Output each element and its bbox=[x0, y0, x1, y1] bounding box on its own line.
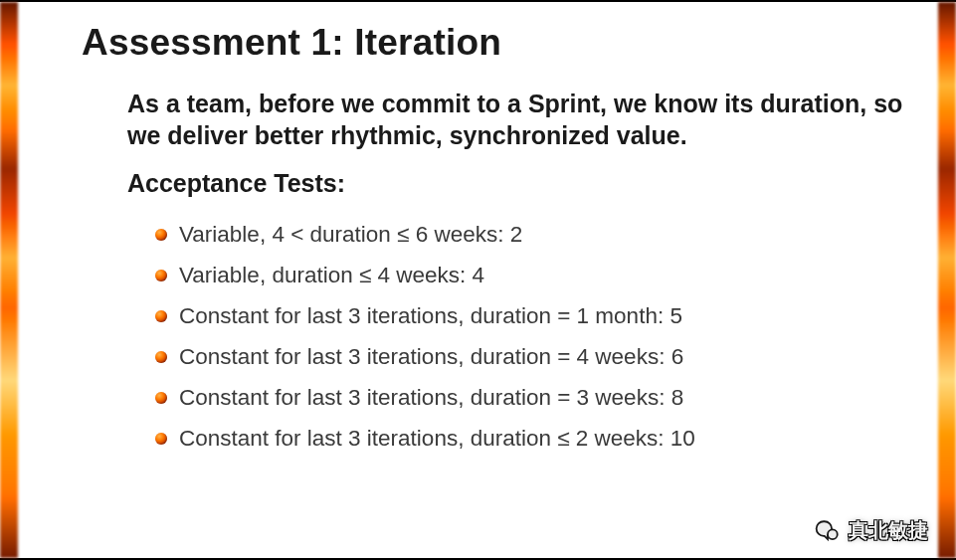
list-item-label: Variable, 4 < duration ≤ 6 weeks: 2 bbox=[179, 222, 522, 247]
list-item: Variable, duration ≤ 4 weeks: 4 bbox=[155, 255, 916, 295]
list-item: Constant for last 3 iterations, duration… bbox=[155, 336, 916, 377]
lead-text: As a team, before we commit to a Sprint,… bbox=[127, 88, 916, 151]
list-item: Constant for last 3 iterations, duration… bbox=[155, 418, 916, 459]
list-item: Variable, 4 < duration ≤ 6 weeks: 2 bbox=[155, 214, 916, 255]
bullet-icon bbox=[155, 351, 167, 363]
list-item: Constant for last 3 iterations, duration… bbox=[155, 295, 916, 336]
bullet-icon bbox=[155, 229, 167, 241]
list-item-label: Constant for last 3 iterations, duration… bbox=[179, 303, 682, 328]
list-item-label: Constant for last 3 iterations, duration… bbox=[179, 385, 683, 410]
section-label: Acceptance Tests: bbox=[127, 169, 916, 198]
acceptance-list: Variable, 4 < duration ≤ 6 weeks: 2 Vari… bbox=[127, 214, 916, 459]
slide-title: Assessment 1: Iteration bbox=[0, 2, 956, 64]
list-item: Constant for last 3 iterations, duration… bbox=[155, 377, 916, 418]
slide-content: Assessment 1: Iteration As a team, befor… bbox=[0, 2, 956, 558]
slide: Assessment 1: Iteration As a team, befor… bbox=[0, 0, 956, 560]
slide-body: As a team, before we commit to a Sprint,… bbox=[0, 64, 956, 459]
bullet-icon bbox=[155, 392, 167, 404]
bullet-icon bbox=[155, 310, 167, 322]
bullet-icon bbox=[155, 270, 167, 281]
bullet-icon bbox=[155, 433, 167, 445]
list-item-label: Variable, duration ≤ 4 weeks: 4 bbox=[179, 263, 484, 287]
list-item-label: Constant for last 3 iterations, duration… bbox=[179, 344, 683, 369]
list-item-label: Constant for last 3 iterations, duration… bbox=[179, 426, 695, 451]
